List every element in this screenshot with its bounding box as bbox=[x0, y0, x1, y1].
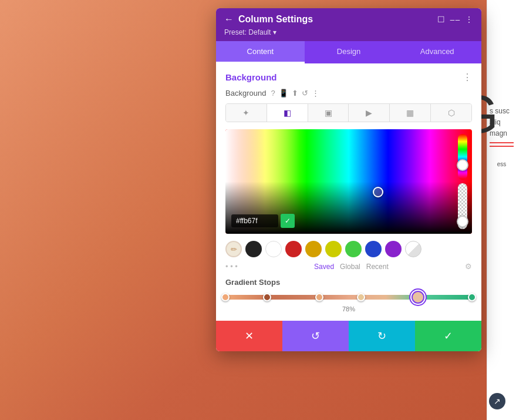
reset-icon[interactable]: ↺ bbox=[302, 89, 308, 98]
hex-input-overlay: ✓ bbox=[231, 214, 295, 228]
section-header: Background ⋮ bbox=[225, 72, 472, 83]
type-tab-flat[interactable]: ✦ bbox=[226, 104, 267, 122]
cancel-button[interactable]: ✕ bbox=[216, 321, 282, 351]
type-tab-gradient[interactable]: ◧ bbox=[267, 104, 308, 122]
red-underline2 bbox=[490, 146, 514, 147]
swatch-black[interactable] bbox=[245, 241, 262, 257]
panel-header: ← Column Settings ☐ ‒‒ ⋮ Preset: Default… bbox=[216, 8, 481, 41]
swatch-red[interactable] bbox=[285, 241, 302, 257]
type-tab-mask[interactable]: ⬡ bbox=[431, 104, 471, 122]
gradient-stop-4[interactable] bbox=[357, 293, 365, 301]
action-bar: ✕ ↺ ↻ ✓ bbox=[216, 321, 481, 351]
cursor-icon[interactable]: ⬆ bbox=[292, 89, 298, 98]
picker-circle[interactable] bbox=[373, 187, 383, 197]
gradient-stop-3[interactable] bbox=[315, 293, 323, 301]
gradient-stop-6[interactable] bbox=[468, 293, 476, 301]
section-title: Background bbox=[225, 72, 277, 82]
settings-panel: ← Column Settings ☐ ‒‒ ⋮ Preset: Default… bbox=[216, 8, 481, 351]
right-panel-label: ess bbox=[487, 149, 516, 167]
swatches-row: ✏ bbox=[225, 241, 472, 257]
main-tabs: Content Design Advanced bbox=[216, 41, 481, 63]
swatch-white[interactable] bbox=[265, 241, 282, 257]
split-icon[interactable]: ‒‒ bbox=[450, 15, 460, 23]
panel-body: Background ⋮ Background ? 📱 ⬆ ↺ ⋮ ✦ ◧ ▣ … bbox=[216, 63, 481, 321]
swatch-diagonal[interactable] bbox=[405, 241, 421, 257]
saved-tab-recent[interactable]: Recent bbox=[366, 263, 389, 271]
settings-gear-icon[interactable]: ⚙ bbox=[465, 262, 472, 271]
eyedropper-button[interactable]: ✏ bbox=[225, 241, 242, 257]
gradient-stop-5-active[interactable] bbox=[412, 291, 424, 304]
more-options-icon[interactable]: ⋮ bbox=[465, 15, 473, 23]
tab-advanced[interactable]: Advanced bbox=[393, 41, 481, 63]
gradient-track bbox=[225, 295, 472, 300]
swatch-blue[interactable] bbox=[365, 241, 382, 257]
color-picker-area[interactable]: ✓ bbox=[225, 129, 472, 234]
saved-row: • • • Saved Global Recent ⚙ bbox=[225, 262, 472, 271]
right-panel: s susc aliq magn ess bbox=[487, 0, 516, 420]
gradient-pct-label: 78% bbox=[225, 305, 472, 313]
bg-icons: ? 📱 ⬆ ↺ ⋮ bbox=[271, 89, 319, 98]
fullscreen-icon[interactable]: ☐ bbox=[437, 15, 445, 23]
tab-content[interactable]: Content bbox=[216, 41, 305, 63]
swatch-purple[interactable] bbox=[385, 241, 402, 257]
mobile-icon[interactable]: 📱 bbox=[279, 89, 288, 98]
swatch-yellow[interactable] bbox=[325, 241, 342, 257]
gradient-stops-label: Gradient Stops bbox=[225, 278, 472, 287]
hue-thumb[interactable] bbox=[457, 159, 468, 171]
more-dots-icon[interactable]: • • • bbox=[225, 262, 238, 271]
panel-title-icons: ☐ ‒‒ ⋮ bbox=[437, 15, 473, 23]
bg-label: Background bbox=[225, 89, 266, 98]
saved-tabs: Saved Global Recent bbox=[314, 263, 389, 271]
corner-diagonal-icon[interactable]: ↗ bbox=[489, 393, 505, 409]
hex-confirm-button[interactable]: ✓ bbox=[281, 214, 295, 228]
tab-design[interactable]: Design bbox=[305, 41, 393, 63]
saved-tab-saved[interactable]: Saved bbox=[314, 263, 334, 271]
gradient-slider[interactable] bbox=[225, 291, 472, 303]
panel-title-left: ← Column Settings bbox=[224, 14, 313, 25]
swatch-orange[interactable] bbox=[305, 241, 322, 257]
opacity-slider[interactable] bbox=[458, 183, 467, 229]
bg-row: Background ? 📱 ⬆ ↺ ⋮ bbox=[225, 89, 472, 98]
sliders-area bbox=[458, 134, 467, 229]
type-tab-pattern[interactable]: ▦ bbox=[390, 104, 431, 122]
help-icon[interactable]: ? bbox=[271, 89, 275, 98]
preset-row[interactable]: Preset: Default ▾ bbox=[224, 28, 473, 41]
gradient-stop-1[interactable] bbox=[221, 293, 230, 301]
hex-input[interactable] bbox=[231, 214, 278, 227]
bg-more-icon[interactable]: ⋮ bbox=[312, 89, 319, 98]
swatch-green[interactable] bbox=[345, 241, 362, 257]
gradient-stop-2[interactable] bbox=[263, 293, 271, 301]
section-menu-icon[interactable]: ⋮ bbox=[463, 72, 472, 83]
type-tab-image[interactable]: ▣ bbox=[308, 104, 349, 122]
confirm-button[interactable]: ✓ bbox=[415, 321, 481, 351]
redo-button[interactable]: ↻ bbox=[349, 321, 415, 351]
opacity-thumb[interactable] bbox=[457, 216, 468, 227]
panel-title: Column Settings bbox=[238, 14, 313, 25]
undo-button[interactable]: ↺ bbox=[282, 321, 349, 351]
hue-slider[interactable] bbox=[458, 134, 467, 180]
type-tabs: ✦ ◧ ▣ ▶ ▦ ⬡ bbox=[225, 103, 472, 122]
type-tab-video[interactable]: ▶ bbox=[349, 104, 390, 122]
saved-tab-global[interactable]: Global bbox=[340, 263, 360, 271]
panel-title-row: ← Column Settings ☐ ‒‒ ⋮ bbox=[224, 14, 473, 25]
back-arrow-icon[interactable]: ← bbox=[224, 14, 234, 25]
